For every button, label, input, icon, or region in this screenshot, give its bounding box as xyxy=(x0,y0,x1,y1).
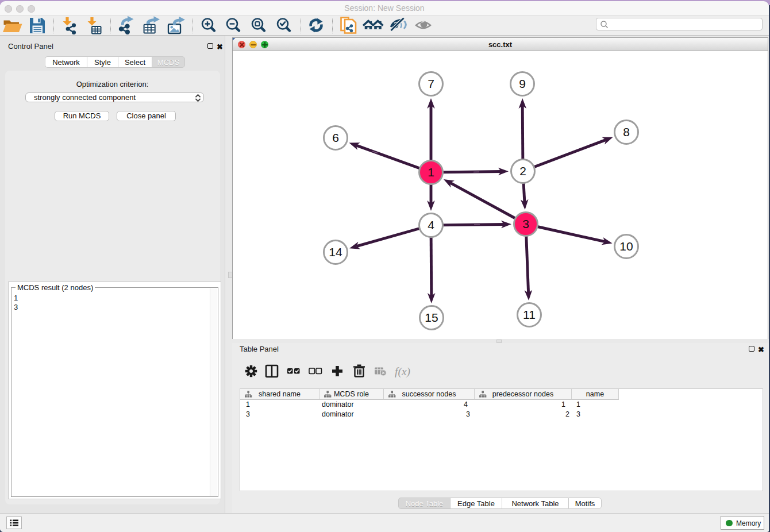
svg-text:7: 7 xyxy=(428,77,434,90)
svg-text:8: 8 xyxy=(623,125,630,138)
svg-text:2: 2 xyxy=(519,164,526,178)
svg-text:3: 3 xyxy=(522,217,529,230)
svg-text:f(x): f(x) xyxy=(395,365,410,378)
svg-text:1: 1 xyxy=(428,165,434,179)
svg-text:4: 4 xyxy=(428,218,434,232)
svg-text:10: 10 xyxy=(619,240,633,253)
svg-text:15: 15 xyxy=(425,311,438,324)
svg-text:14: 14 xyxy=(329,245,342,259)
svg-text:6: 6 xyxy=(332,131,339,144)
svg-text:11: 11 xyxy=(523,308,536,321)
svg-text:9: 9 xyxy=(519,77,526,90)
